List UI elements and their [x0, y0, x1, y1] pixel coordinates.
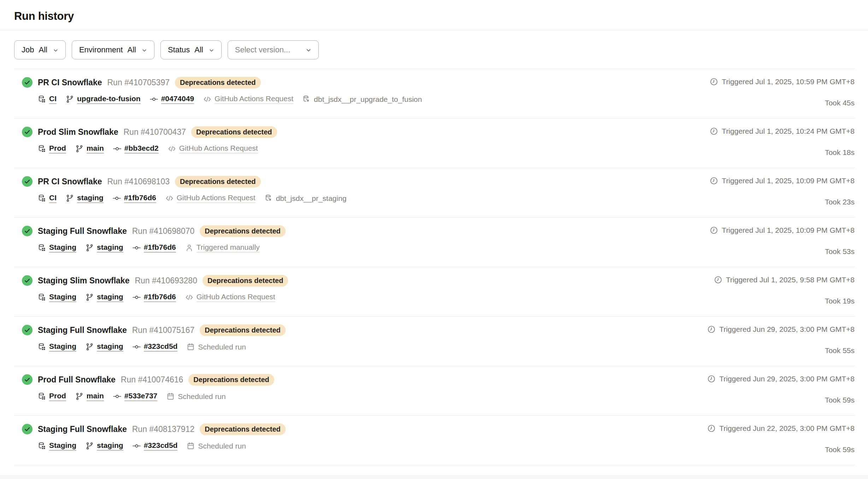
commit-link[interactable]: #533e737 [113, 392, 157, 401]
commit-icon [150, 95, 158, 103]
commit-hash: #1fb76d6 [124, 194, 156, 203]
clock-icon [714, 276, 722, 284]
git-branch-icon [66, 194, 74, 202]
commit-link[interactable]: #0474049 [150, 94, 194, 104]
run-row: Staging Full Snowflake Run #410075167 De… [14, 317, 855, 366]
triggered-time-text: Triggered Jul 1, 2025, 10:24 PM GMT+8 [722, 127, 855, 135]
schema-name: dbt_jsdx__pr_upgrade_to_fusion [314, 95, 422, 104]
trigger-label: GitHub Actions Request [215, 94, 293, 104]
branch-link[interactable]: staging [86, 293, 123, 302]
deprecations-badge: Deprecations detected [175, 176, 261, 187]
branch-name: upgrade-to-fusion [77, 94, 141, 104]
environment-name: Prod [49, 392, 66, 401]
environment-link[interactable]: Staging [38, 441, 76, 451]
run-name-link[interactable]: Staging Full Snowflake [38, 226, 127, 236]
environment-name: Staging [49, 342, 76, 352]
environment-name: Prod [49, 144, 66, 154]
duration: Took 53s [710, 247, 855, 256]
environment-link[interactable]: Staging [38, 342, 76, 352]
commit-link[interactable]: #323cd5d [133, 342, 178, 352]
environment-link[interactable]: Prod [38, 392, 66, 401]
run-number: Run #410698103 [107, 177, 170, 186]
commit-link[interactable]: #323cd5d [133, 441, 178, 451]
branch-link[interactable]: staging [86, 441, 123, 451]
environment-link[interactable]: Staging [38, 293, 76, 302]
triggered-time-text: Triggered Jun 29, 2025, 3:00 PM GMT+8 [719, 325, 855, 334]
calendar-icon [166, 392, 175, 400]
branch-link[interactable]: staging [86, 243, 123, 253]
code-icon [168, 145, 176, 153]
branch-link[interactable]: main [75, 392, 104, 401]
run-number: Run #410074616 [121, 375, 183, 385]
environment-name: CI [49, 94, 57, 104]
chevron-down-icon [53, 48, 58, 53]
duration: Took 59s [707, 396, 855, 404]
schema-icon [265, 194, 273, 202]
trigger-type[interactable]: GitHub Actions Request [203, 94, 293, 104]
run-row: Staging Full Snowflake Run #408137912 De… [14, 416, 855, 465]
clock-icon [707, 375, 716, 383]
job-filter-dropdown[interactable]: Job All [14, 40, 66, 59]
triggered-time: Triggered Jul 1, 2025, 10:24 PM GMT+8 [710, 127, 855, 135]
commit-link[interactable]: #1fb76d6 [133, 243, 176, 253]
trigger-label: GitHub Actions Request [197, 293, 275, 302]
environment-icon [38, 95, 46, 103]
run-success-icon [22, 226, 33, 236]
status-filter-dropdown[interactable]: Status All [160, 40, 222, 59]
deprecations-badge: Deprecations detected [188, 374, 274, 386]
trigger-type: Scheduled run [187, 442, 246, 450]
duration: Took 59s [707, 445, 855, 454]
trigger-type[interactable]: GitHub Actions Request [185, 293, 275, 302]
run-name-link[interactable]: Prod Full Snowflake [38, 375, 116, 385]
version-filter-select[interactable]: Select version... [228, 40, 319, 59]
status-filter-label: Status [168, 45, 190, 54]
triggered-time: Triggered Jul 1, 2025, 9:58 PM GMT+8 [714, 276, 855, 284]
commit-icon [133, 442, 141, 450]
git-branch-icon [86, 442, 94, 450]
triggered-time: Triggered Jul 1, 2025, 10:09 PM GMT+8 [710, 177, 855, 185]
branch-link[interactable]: upgrade-to-fusion [66, 94, 141, 104]
triggered-time: Triggered Jul 1, 2025, 10:09 PM GMT+8 [710, 226, 855, 235]
calendar-icon [187, 343, 195, 351]
environment-icon [38, 244, 46, 252]
environment-link[interactable]: CI [38, 94, 57, 104]
deprecations-badge: Deprecations detected [203, 275, 288, 287]
branch-name: main [87, 144, 104, 154]
duration: Took 45s [710, 99, 855, 107]
branch-link[interactable]: main [75, 144, 104, 154]
commit-link[interactable]: #bb3ecd2 [113, 144, 159, 154]
run-name-link[interactable]: Staging Slim Snowflake [38, 276, 129, 285]
run-main: Prod Slim Snowflake Run #410700437 Depre… [38, 126, 704, 154]
trigger-type: Scheduled run [166, 392, 225, 401]
duration: Took 19s [714, 297, 855, 305]
run-name-link[interactable]: Staging Full Snowflake [38, 425, 127, 434]
trigger-type[interactable]: Triggered manually [185, 243, 260, 253]
run-name-link[interactable]: PR CI Snowflake [38, 78, 102, 87]
clock-icon [710, 226, 718, 235]
run-name-link[interactable]: Staging Full Snowflake [38, 325, 127, 335]
deprecations-badge: Deprecations detected [191, 126, 277, 138]
trigger-label: Triggered manually [197, 243, 260, 253]
environment-filter-dropdown[interactable]: Environment All [72, 40, 154, 59]
trigger-type[interactable]: GitHub Actions Request [165, 194, 256, 203]
trigger-type[interactable]: GitHub Actions Request [168, 144, 258, 154]
horizontal-scrollbar-track[interactable] [0, 475, 868, 479]
trigger-label: Scheduled run [178, 392, 225, 401]
environment-link[interactable]: CI [38, 194, 57, 203]
triggered-time: Triggered Jun 22, 2025, 3:00 PM GMT+8 [707, 424, 855, 433]
environment-name: Staging [49, 243, 76, 253]
run-timing: Triggered Jul 1, 2025, 10:59 PM GMT+8 To… [710, 76, 855, 107]
environment-link[interactable]: Prod [38, 144, 66, 154]
run-name-link[interactable]: Prod Slim Snowflake [38, 127, 118, 137]
commit-icon [113, 145, 121, 153]
version-filter-placeholder: Select version... [235, 45, 291, 54]
commit-link[interactable]: #1fb76d6 [113, 194, 156, 203]
trigger-label: GitHub Actions Request [179, 144, 258, 154]
run-name-link[interactable]: PR CI Snowflake [38, 177, 102, 186]
environment-link[interactable]: Staging [38, 243, 76, 253]
branch-link[interactable]: staging [66, 194, 104, 203]
branch-link[interactable]: staging [86, 342, 123, 352]
commit-hash: #1fb76d6 [144, 293, 176, 302]
branch-name: staging [97, 293, 123, 302]
commit-link[interactable]: #1fb76d6 [133, 293, 176, 302]
